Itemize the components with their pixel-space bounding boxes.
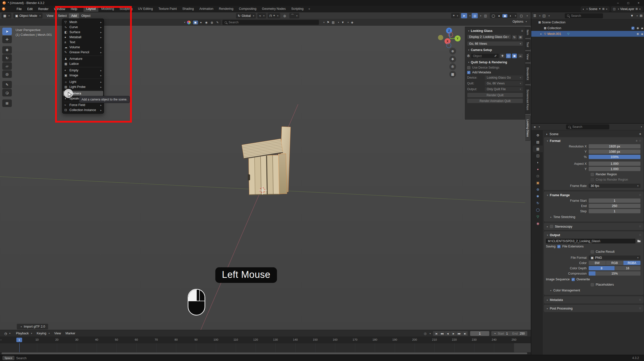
render-quilt-button[interactable]: Render Quilt: [467, 93, 523, 97]
overwrite-checkbox[interactable]: ✓: [572, 278, 575, 281]
particles-properties-tab[interactable]: ✱: [533, 193, 543, 200]
current-frame-field[interactable]: 1: [470, 331, 489, 336]
zoom-tool-icon[interactable]: ⊕: [449, 48, 456, 55]
transform-orientation-selector[interactable]: ↻Global▾: [236, 13, 256, 18]
next-keyframe-button[interactable]: ▶▶: [456, 331, 462, 336]
snapping-toggle[interactable]: ⊓⌖▾: [268, 13, 280, 18]
add-cube-tool-button[interactable]: ⊞: [2, 99, 12, 107]
color-option-rgb[interactable]: RGB: [606, 261, 623, 265]
timeline-ruler[interactable]: 1 10203040506070809010011012013014015016…: [0, 337, 531, 343]
format-field--[interactable]: 100%: [589, 155, 640, 159]
blenderkit-history-dropdown-icon[interactable]: ▾: [324, 21, 325, 24]
asset-library-icon[interactable]: ▤: [332, 21, 335, 24]
play-button[interactable]: ▶: [451, 331, 456, 336]
solid-shading-icon[interactable]: ●: [497, 14, 502, 18]
scene-selector[interactable]: ◗▾ Scene ✦ ⊞ ×: [581, 7, 609, 12]
view-layer-selector[interactable]: ◫▾ ViewLayer ⊞ ×: [611, 7, 642, 12]
crop-to-render-region-checkbox[interactable]: [591, 178, 594, 181]
format-field-y[interactable]: 1.000: [589, 167, 640, 171]
workspace-tab-uv-editing[interactable]: UV Editing: [135, 6, 156, 12]
minimize-button[interactable]: –: [617, 1, 619, 5]
jump-end-button[interactable]: ▶|: [462, 331, 468, 336]
expand-icon[interactable]: ▸: [539, 32, 543, 35]
file-extensions-checkbox[interactable]: ✓: [557, 245, 560, 248]
app-menu-edit[interactable]: Edit: [24, 7, 35, 12]
color-depth-option-16[interactable]: 16: [615, 266, 641, 270]
tool-properties-tab[interactable]: ⚙: [533, 132, 543, 139]
file-format-dropdown[interactable]: ▣ PNG▾: [589, 255, 640, 260]
color-option-rgba[interactable]: RGBA: [623, 261, 640, 265]
gizmo-minus-y-axis[interactable]: [448, 32, 453, 37]
maximize-button[interactable]: □: [627, 1, 629, 5]
collapse-icon[interactable]: ▾: [468, 30, 469, 32]
sidebar-tab-tool[interactable]: Tool: [525, 39, 531, 50]
render-animation-quilt-button[interactable]: Render Animation Quilt: [467, 98, 523, 103]
sidebar-tab-item[interactable]: Item: [525, 27, 531, 38]
pin-icon[interactable]: ✦: [639, 132, 641, 136]
current-frame-badge[interactable]: 1: [16, 338, 22, 342]
jump-start-button[interactable]: |◀: [433, 331, 439, 336]
frame-range-field-frame-start[interactable]: 1: [589, 198, 640, 203]
new-scene-icon[interactable]: ⊞: [602, 7, 605, 11]
blenderkit-scenes-icon[interactable]: ◉: [204, 21, 209, 24]
open-window-button[interactable]: ⊞: [518, 35, 523, 40]
workspace-tab-animation[interactable]: Animation: [197, 6, 216, 12]
mode-selector[interactable]: ▣Object Mode▾: [13, 13, 42, 18]
sidebar-tab-looking-glass[interactable]: Looking Glass: [525, 115, 531, 141]
outliner-display-mode-icon[interactable]: ☰: [533, 14, 536, 18]
menu-burger-icon[interactable]: ≡: [521, 29, 523, 33]
blenderkit-collapse-icon[interactable]: ▾: [184, 21, 185, 24]
workspace-tab-geometry-nodes[interactable]: Geometry Nodes: [259, 6, 288, 12]
gizmo-minus-z-axis[interactable]: [446, 43, 451, 48]
collapse-icon[interactable]: ▾: [547, 140, 548, 142]
xray-toggle[interactable]: ◫: [482, 13, 489, 18]
timeline-menu-view[interactable]: View: [52, 331, 63, 336]
object-data-properties-tab[interactable]: ▽: [533, 213, 543, 220]
timeline-scrollbar[interactable]: [0, 352, 531, 355]
wireframe-shading-icon[interactable]: ◯: [491, 14, 496, 18]
constraints-properties-tab[interactable]: ◯: [533, 207, 543, 213]
timeline-collapse-icon[interactable]: ›: [1, 338, 2, 341]
stereoscopy-panel[interactable]: ▸ Stereoscopy∷: [544, 223, 643, 230]
output-path-field[interactable]: M:\CLIENTS\SPD\3_2_Looking_Glass\: [546, 239, 635, 243]
view-layer-properties-tab[interactable]: ◫: [533, 152, 543, 159]
use-device-settings-checkbox[interactable]: [467, 66, 470, 69]
color-option-bw[interactable]: BW: [589, 261, 606, 265]
camera-object-field[interactable]: Object ✐: [471, 54, 499, 58]
gizmos-dropdown-icon[interactable]: ▾: [469, 15, 471, 17]
filter-funnel-icon[interactable]: ▼: [630, 14, 634, 18]
time-stretching-panel[interactable]: ▸Time Stretching: [549, 215, 641, 220]
move-tool-button[interactable]: ✥: [2, 46, 12, 54]
prev-keyframe-button[interactable]: ◀◀: [439, 331, 445, 336]
overlays-dropdown-icon[interactable]: ▾: [480, 15, 481, 17]
color-depth-option-8[interactable]: 8: [589, 266, 615, 270]
timeline-menu-playback[interactable]: Playback▾: [14, 331, 34, 336]
object-properties-tab[interactable]: ▣: [533, 179, 543, 186]
sidebar-tab-view[interactable]: View: [525, 51, 531, 62]
camera-view-icon[interactable]: ✇: [449, 63, 456, 70]
rendered-shading-icon[interactable]: ◐: [508, 14, 513, 18]
viewport-sync-button[interactable]: ▣: [512, 54, 517, 58]
properties-search-input[interactable]: Search: [566, 124, 609, 129]
birdhouse-model[interactable]: [242, 125, 294, 199]
import-gltf-operator[interactable]: ▸ Import glTF 2.0: [17, 324, 48, 330]
eyedropper-icon[interactable]: ✐: [494, 54, 497, 58]
blenderkit-search-input[interactable]: Search: [222, 20, 319, 25]
options-dropdown[interactable]: Options▾: [512, 20, 527, 23]
camera-toggle-icon[interactable]: ◙: [641, 32, 643, 35]
workspace-tab-scripting[interactable]: Scripting: [289, 6, 306, 12]
properties-options-icon[interactable]: ▾: [641, 126, 642, 128]
quilt-views-dropdown[interactable]: Go, 66 Views▾: [467, 41, 523, 46]
format-field-y[interactable]: 1080 px: [589, 149, 640, 154]
bookmark-icon[interactable]: ⚑: [327, 21, 330, 24]
editor-type-button[interactable]: ▦▾: [2, 13, 11, 18]
blenderkit-materials-icon[interactable]: ●: [198, 21, 204, 24]
show-gizmo-dropdown[interactable]: ⌖▾: [451, 13, 460, 18]
gizmos-toggle[interactable]: ➤: [461, 13, 467, 18]
frustum-button[interactable]: ◫: [506, 54, 511, 58]
measure-tool-button[interactable]: ◶: [2, 89, 12, 96]
properties-editor-icon[interactable]: ≡: [534, 125, 536, 129]
setting-dropdown[interactable]: Go, 66 Views▾: [485, 81, 523, 86]
app-menu-render[interactable]: Render: [35, 7, 51, 12]
navigation-gizmo[interactable]: Z Y X: [437, 27, 465, 49]
